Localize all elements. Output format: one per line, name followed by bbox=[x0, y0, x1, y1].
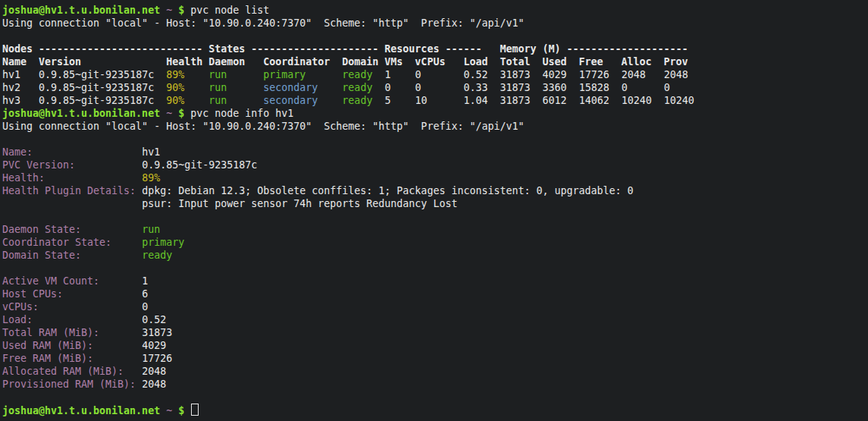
info-label: Provisioned RAM (MiB): bbox=[2, 379, 142, 390]
info-value: hv1 bbox=[142, 146, 160, 158]
cell-daemon: run bbox=[208, 69, 263, 80]
terminal-screen[interactable]: joshua@hv1.t.u.bonilan.net ~ $ pvc node … bbox=[0, 0, 868, 421]
cell-vms: 0 bbox=[384, 82, 415, 93]
cell-prov: 10240 bbox=[664, 95, 694, 106]
info-value: primary bbox=[142, 237, 184, 248]
info-value: 2048 bbox=[142, 379, 166, 390]
info-free-ram: Free RAM (MiB): 17726 bbox=[2, 352, 868, 365]
terminal-text bbox=[172, 405, 178, 416]
info-label: vCPUs: bbox=[2, 301, 142, 313]
prompt-line-current: joshua@hv1.t.u.bonilan.net ~ $ bbox=[2, 404, 868, 416]
cell-health: 90% bbox=[166, 95, 208, 106]
info-pvc-version: PVC Version: 0.9.85~git-9235187c bbox=[2, 159, 868, 171]
info-value: run bbox=[142, 224, 160, 235]
info-vcpus: vCPUs: 0 bbox=[2, 300, 868, 313]
info-provisioned-ram: Provisioned RAM (MiB): 2048 bbox=[2, 378, 868, 391]
cell-free: 17726 bbox=[579, 69, 622, 80]
info-coordinator-state: Coordinator State: primary bbox=[2, 236, 868, 249]
info-health: Health: 89% bbox=[2, 171, 868, 184]
connection-info-line: Using connection "local" - Host: "10.90.… bbox=[2, 17, 868, 30]
info-label: Daemon State: bbox=[2, 224, 142, 235]
cell-daemon: run bbox=[208, 82, 263, 93]
info-value: dpkg: Debian 12.3; Obsolete conffiles: 1… bbox=[142, 185, 633, 196]
prompt-cwd: ~ bbox=[166, 405, 172, 416]
cell-total: 31873 bbox=[500, 69, 543, 80]
info-value: 6 bbox=[142, 288, 148, 300]
cell-vcpus: 0 bbox=[415, 69, 463, 80]
info-value: psur: Input power sensor 74h reports Red… bbox=[142, 198, 457, 209]
table-section-header: Nodes --------------------------- States… bbox=[2, 42, 868, 55]
cell-used: 4029 bbox=[543, 69, 579, 80]
info-value: 0 bbox=[142, 301, 148, 313]
cell-vcpus: 0 bbox=[415, 82, 463, 93]
info-label: PVC Version: bbox=[2, 159, 142, 171]
info-allocated-ram: Allocated RAM (MiB): 2048 bbox=[2, 365, 868, 378]
info-host-cpus: Host CPUs: 6 bbox=[2, 287, 868, 300]
info-active-vm-count: Active VM Count: 1 bbox=[2, 275, 868, 287]
cell-coordinator: primary bbox=[263, 69, 342, 80]
cell-alloc: 0 bbox=[622, 82, 664, 93]
info-name: Name: hv1 bbox=[2, 146, 868, 159]
info-value: ready bbox=[142, 250, 172, 261]
cell-version: 0.9.85~git-9235187c bbox=[39, 95, 166, 106]
cell-name: hv1 bbox=[2, 69, 39, 80]
command-text: pvc node list bbox=[190, 5, 269, 16]
prompt-line-node-list: joshua@hv1.t.u.bonilan.net ~ $ pvc node … bbox=[2, 4, 868, 17]
prompt-symbol: $ bbox=[178, 5, 190, 16]
node-row-hv3: hv3 0.9.85~git-9235187c 90% run secondar… bbox=[2, 94, 868, 107]
terminal-text bbox=[160, 405, 166, 416]
cell-free: 15828 bbox=[579, 82, 622, 93]
blank-line bbox=[2, 391, 868, 404]
prompt-symbol: $ bbox=[178, 108, 190, 119]
info-label: Used RAM (MiB): bbox=[2, 340, 142, 351]
connection-text: Using connection "local" - Host: "10.90.… bbox=[2, 17, 524, 29]
cell-total: 31873 bbox=[500, 95, 543, 106]
node-row-hv1: hv1 0.9.85~git-9235187c 89% run primary … bbox=[2, 68, 868, 81]
cell-load: 1.04 bbox=[463, 95, 500, 106]
cell-used: 6012 bbox=[543, 95, 579, 106]
blank-line bbox=[2, 30, 868, 42]
prompt-user-host: joshua@hv1.t.u.bonilan.net bbox=[2, 108, 160, 119]
table-section-banner: Nodes --------------------------- States… bbox=[2, 43, 688, 55]
info-domain-state: Domain State: ready bbox=[2, 249, 868, 262]
cell-used: 3360 bbox=[543, 82, 579, 93]
info-daemon-state: Daemon State: run bbox=[2, 223, 868, 236]
terminal-text bbox=[2, 198, 142, 209]
cell-load: 0.33 bbox=[463, 82, 500, 93]
info-label: Health Plugin Details: bbox=[2, 185, 142, 196]
cell-coordinator: secondary bbox=[263, 82, 342, 93]
prompt-cwd: ~ bbox=[166, 5, 172, 16]
terminal-text bbox=[172, 5, 178, 16]
info-used-ram: Used RAM (MiB): 4029 bbox=[2, 339, 868, 352]
cell-vcpus: 10 bbox=[415, 95, 463, 106]
table-column-labels: Name Version Health Daemon Coordinator D… bbox=[2, 56, 688, 68]
info-health-plugin-details: Health Plugin Details: dpkg: Debian 12.3… bbox=[2, 184, 868, 197]
info-label: Load: bbox=[2, 314, 142, 325]
info-value: 31873 bbox=[142, 327, 172, 338]
terminal-text bbox=[160, 108, 166, 119]
info-label: Active VM Count: bbox=[2, 275, 142, 287]
info-label: Name: bbox=[2, 146, 142, 158]
info-value: 4029 bbox=[142, 340, 166, 351]
info-label: Health: bbox=[2, 172, 142, 184]
cell-health: 89% bbox=[166, 69, 208, 80]
info-value: 17726 bbox=[142, 353, 172, 364]
prompt-line-node-info: joshua@hv1.t.u.bonilan.net ~ $ pvc node … bbox=[2, 107, 868, 120]
cell-total: 31873 bbox=[500, 82, 543, 93]
info-label: Free RAM (MiB): bbox=[2, 353, 142, 364]
info-label: Coordinator State: bbox=[2, 237, 142, 248]
cell-domain: ready bbox=[342, 82, 384, 93]
info-label: Allocated RAM (MiB): bbox=[2, 366, 142, 377]
blank-line bbox=[2, 210, 868, 223]
cell-vms: 5 bbox=[384, 95, 415, 106]
cell-prov: 2048 bbox=[664, 69, 688, 80]
cell-version: 0.9.85~git-9235187c bbox=[39, 69, 166, 80]
info-total-ram: Total RAM (MiB): 31873 bbox=[2, 326, 868, 339]
prompt-symbol: $ bbox=[178, 405, 190, 416]
terminal-cursor bbox=[191, 404, 199, 416]
prompt-user-host: joshua@hv1.t.u.bonilan.net bbox=[2, 405, 160, 416]
cell-daemon: run bbox=[208, 95, 263, 106]
info-load: Load: 0.52 bbox=[2, 313, 868, 326]
cell-coordinator: secondary bbox=[263, 95, 342, 106]
terminal-text bbox=[160, 5, 166, 16]
